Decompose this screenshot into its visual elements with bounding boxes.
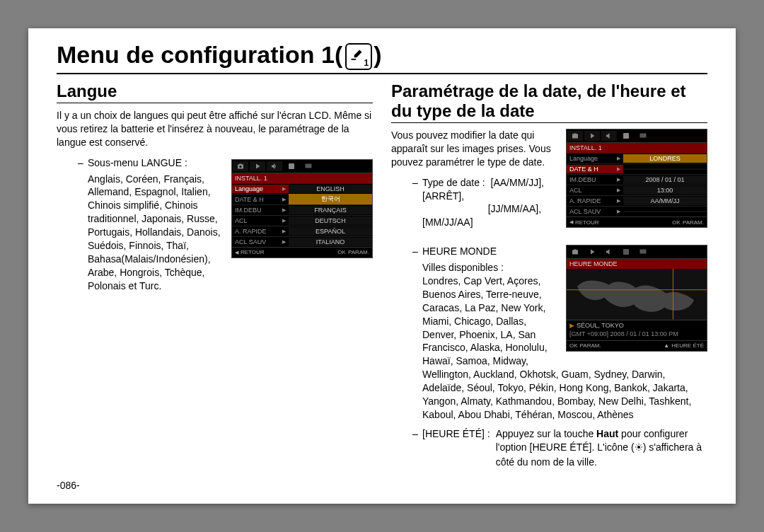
world-gmt: [GMT +09:00] 2008 / 01 / 01 13:00 PM bbox=[569, 330, 704, 339]
world-foot-param: PARAM. bbox=[580, 342, 601, 349]
tab-display-icon bbox=[635, 131, 651, 141]
svg-point-10 bbox=[637, 446, 640, 449]
world-info: ▶SÉOUL, TOKYO [GMT +09:00] 2008 / 01 / 0… bbox=[567, 320, 707, 340]
lcd-foot-retour: RETOUR bbox=[241, 249, 265, 255]
heure-ete-b1: Appuyez sur la touche bbox=[496, 428, 596, 439]
type-date-l2: [JJ/MM/AA], [MM/JJ/AA] bbox=[422, 203, 541, 228]
lcd-foot-param: PARAM. bbox=[348, 249, 369, 255]
setup1-icon: 1 bbox=[345, 43, 372, 70]
tab-camera-icon bbox=[233, 161, 248, 171]
world-city: SÉOUL, TOKYO bbox=[577, 322, 624, 329]
lcd-world: HEURE MONDE ▶SÉOUL, TOKYO [GMT +09:00] 2… bbox=[566, 245, 707, 351]
triangle-right-icon: ▶ bbox=[569, 322, 574, 329]
tab-sound-icon bbox=[267, 161, 282, 171]
page-title-close: ) bbox=[374, 41, 381, 68]
type-date-item: Type de date : [AA/MM/JJ], [ARRÊT], Type… bbox=[412, 176, 707, 230]
tab-play-icon bbox=[250, 161, 265, 171]
type-date-label: Type de date : bbox=[422, 177, 485, 188]
heure-ete-item: [HEURE ÉTÉ] : Appuyez sur la touche Haut… bbox=[391, 427, 707, 469]
lcd-row3-l: ACL bbox=[235, 217, 248, 224]
lcd-row3-r: DEUTSCH bbox=[289, 216, 372, 225]
date-rule bbox=[391, 122, 707, 123]
heure-ete-bold: Haut bbox=[596, 428, 618, 439]
page-title-row: Menu de configuration 1(1) bbox=[57, 41, 707, 71]
heure-monde-label: HEURE MONDE bbox=[412, 245, 707, 258]
submenu-langue-label: Sous-menu LANGUE : bbox=[78, 156, 224, 170]
svg-rect-1 bbox=[289, 163, 294, 169]
svg-rect-3 bbox=[623, 133, 629, 139]
lcd-langue: INSTALL. 1 Language▶ENGLISH DATE & H▶한국어… bbox=[231, 159, 373, 258]
svg-line-16 bbox=[640, 449, 641, 449]
triangle-up-icon: ▲ bbox=[664, 342, 669, 349]
villes-body2: Adelaïde, Séoul, Tokyo, Pékin, Hong Kong… bbox=[412, 381, 707, 422]
submenu-langue-body: Anglais, Coréen, Français, Allemand, Esp… bbox=[78, 173, 224, 293]
title-rule bbox=[57, 73, 707, 74]
triangle-left-icon: ◀ bbox=[235, 250, 238, 255]
lcd2-row0-r: LONDRES bbox=[623, 154, 707, 163]
world-foot-ok: OK bbox=[569, 342, 578, 349]
langue-rule bbox=[57, 103, 373, 103]
svg-line-18 bbox=[640, 444, 641, 445]
lcd2-row1-r bbox=[623, 168, 707, 170]
lcd-tabs bbox=[232, 160, 372, 173]
tab-camera-icon bbox=[567, 131, 583, 141]
tab-setup-icon bbox=[284, 161, 299, 171]
lcd-row4-l: A. RAPIDE bbox=[235, 228, 267, 235]
lcd-header: INSTALL. 1 bbox=[232, 173, 372, 183]
tab-setup-icon bbox=[618, 131, 634, 141]
world-header: HEURE MONDE bbox=[567, 259, 707, 269]
lcd-row0-l: Language bbox=[235, 185, 263, 192]
page-title: Menu de configuration 1(1) bbox=[57, 41, 386, 71]
lcd-row0-r: ENGLISH bbox=[289, 185, 372, 193]
lcd2-row0-l: Language bbox=[569, 155, 598, 162]
svg-line-17 bbox=[636, 449, 637, 449]
lcd2-row1-l: DATE & H bbox=[569, 166, 598, 173]
svg-point-0 bbox=[240, 166, 242, 168]
lcd-row5-l: ACL SAUV bbox=[235, 238, 266, 245]
heading-langue: Langue bbox=[57, 81, 373, 101]
lcd-row2-r: FRANÇAIS bbox=[289, 206, 372, 214]
langue-intro: Il y a un choix de langues qui peut être… bbox=[57, 109, 373, 149]
lcd-row5-r: ITALIANO bbox=[289, 238, 372, 246]
svg-line-15 bbox=[636, 444, 637, 445]
lcd-row2-l: IM.DEBU bbox=[235, 207, 262, 214]
sun-icon bbox=[635, 441, 643, 456]
heading-date: Paramétrage de la date, de l'heure et du… bbox=[391, 81, 707, 121]
heure-ete-body: Appuyez sur la touche Haut pour configur… bbox=[496, 427, 707, 469]
svg-rect-2 bbox=[306, 163, 312, 168]
tab-display-icon bbox=[301, 161, 316, 171]
lcd-row1-r: 한국어 bbox=[289, 194, 372, 204]
world-map bbox=[567, 269, 707, 320]
lcd2-header: INSTALL. 1 bbox=[567, 143, 707, 153]
tab-play-icon bbox=[584, 131, 600, 141]
tab-sound-icon bbox=[601, 131, 617, 141]
page-number: -086- bbox=[57, 480, 80, 491]
col-langue: Langue Il y a un choix de langues qui pe… bbox=[57, 81, 373, 469]
heure-ete-label: [HEURE ÉTÉ] : bbox=[412, 427, 496, 469]
lcd-foot-ok: OK bbox=[337, 249, 346, 255]
lcd-row1-l: DATE & H bbox=[235, 196, 264, 203]
col-date: Paramétrage de la date, de l'heure et du… bbox=[391, 81, 707, 469]
page-title-text: Menu de configuration 1( bbox=[57, 41, 342, 68]
svg-rect-4 bbox=[640, 134, 647, 138]
world-foot-dst: HEURE ÉTÉ bbox=[671, 342, 704, 349]
lcd-row4-r: ESPAÑOL bbox=[289, 227, 372, 236]
